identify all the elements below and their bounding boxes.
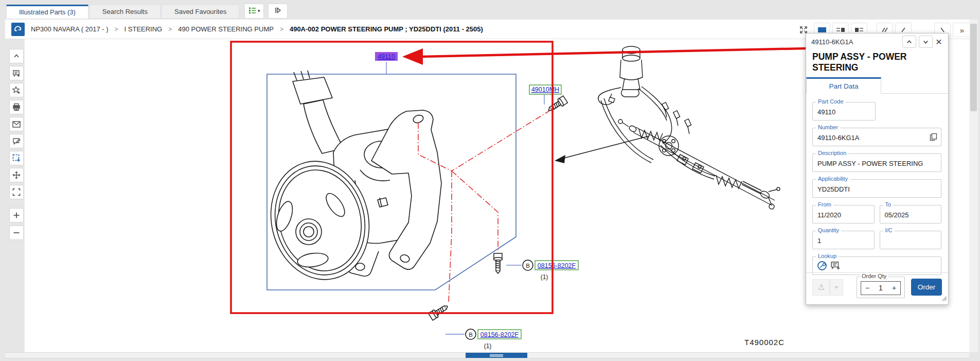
tab-part-data[interactable]: Part Data	[806, 77, 881, 94]
breadcrumb-separator: >	[168, 26, 172, 33]
panel-title: PUMP ASSY - POWER STEERING	[806, 48, 948, 73]
add-note-lookup-icon[interactable]	[830, 261, 841, 273]
change-vehicle-icon[interactable]	[11, 23, 25, 36]
quantity-stepper: − 1 +	[861, 281, 901, 295]
service-lookup-icon[interactable]	[817, 261, 827, 273]
part-data-panel: 49110-6KG1A × PUMP ASSY - POWER STEERING…	[806, 33, 949, 305]
select-region-icon[interactable]	[9, 151, 24, 165]
applicability-field[interactable]: Applicability YD25DDTI	[812, 179, 941, 198]
number-label: Number	[816, 124, 840, 130]
list-view-button[interactable]: ▾	[244, 4, 264, 19]
vertical-scrollbar-thumb[interactable]	[970, 24, 977, 111]
to-field[interactable]: To 05/2025	[880, 205, 942, 224]
horizontal-scrollbar[interactable]	[5, 352, 969, 358]
ic-label: I/C	[883, 227, 895, 233]
collapse-toolbar-button[interactable]	[9, 49, 24, 63]
bolt-art-bottom	[428, 302, 450, 320]
add-favourite-icon[interactable]	[9, 83, 24, 97]
breadcrumb-separator: >	[115, 26, 118, 33]
play-bar-icon	[274, 6, 282, 16]
part-link-49010[interactable]: 49010MH	[531, 86, 559, 93]
qty-decrease-button[interactable]: −	[861, 284, 874, 292]
bolt-qty-2: (1)	[484, 342, 492, 350]
list-icon	[248, 6, 257, 16]
part-link-bolt-2[interactable]: 08156-8202F	[480, 331, 519, 338]
export-button-disabled[interactable]	[812, 279, 830, 296]
from-field[interactable]: From 11/2020	[812, 205, 875, 224]
pan-icon[interactable]	[9, 168, 24, 182]
breadcrumb-item-section[interactable]: I STEERING	[124, 25, 163, 33]
copy-icon[interactable]	[930, 133, 937, 143]
lookup-label: Lookup	[816, 253, 839, 259]
breadcrumb-item-group[interactable]: 490 POWER STEERING PUMP	[178, 25, 274, 33]
export-options-caret-disabled[interactable]	[830, 279, 843, 296]
part-link-49110[interactable]: 49110	[378, 53, 395, 60]
order-button[interactable]: Order	[911, 279, 942, 296]
collapse-panel-button[interactable]: »	[953, 23, 971, 37]
part-code-field[interactable]: Part Code 49110	[812, 102, 876, 121]
email-icon[interactable]	[9, 117, 24, 131]
quantity-label: Quantity	[816, 227, 841, 233]
next-part-button[interactable]	[919, 36, 933, 48]
close-panel-button[interactable]: ×	[933, 36, 945, 48]
description-label: Description	[816, 150, 848, 156]
breadcrumb-separator: >	[280, 26, 283, 33]
callout-letter: B	[469, 332, 473, 338]
qty-increase-button[interactable]: +	[888, 284, 900, 292]
print-icon[interactable]	[9, 100, 24, 114]
selected-part-arrow	[402, 48, 806, 65]
caret-down-icon: ▾	[258, 9, 260, 13]
vertical-scrollbar[interactable]	[969, 20, 978, 352]
pump-art	[259, 71, 441, 290]
description-field[interactable]: Description PUMP ASSY - POWER STEERING	[812, 153, 941, 172]
figure-code: T490002C	[744, 338, 785, 347]
number-field[interactable]: Number 49110-6KG1A	[812, 128, 941, 146]
order-qty-label: Order Qty	[860, 273, 888, 279]
fit-to-screen-icon[interactable]	[9, 185, 24, 199]
zoom-in-icon[interactable]	[9, 208, 24, 222]
flow-button[interactable]	[268, 4, 288, 19]
from-label: From	[816, 201, 833, 208]
bolt-qty-1: (1)	[541, 273, 548, 281]
panel-part-number: 49110-6KG1A	[811, 38, 900, 46]
tab-saved-favourites[interactable]: Saved Favourites	[162, 5, 239, 19]
locator-arrow	[555, 136, 649, 163]
applicability-label: Applicability	[816, 176, 850, 182]
to-label: To	[883, 201, 894, 208]
breadcrumb-item-figure: 490A-002 POWER STEERING PUMP ; YD25DDTI …	[290, 25, 483, 33]
panel-footer: Order Qty − 1 + Order	[806, 272, 948, 304]
previous-part-button[interactable]	[902, 36, 916, 48]
ic-field[interactable]: I/C	[880, 231, 942, 249]
zoom-out-icon[interactable]	[9, 226, 24, 240]
breadcrumb-item-vehicle[interactable]: NP300 NAVARA ( 2017 - )	[31, 25, 109, 33]
callout-letter: B	[526, 263, 530, 269]
tab-illustrated-parts[interactable]: Illustrated Parts (3)	[6, 5, 88, 19]
bolt-art-middle	[494, 253, 503, 273]
part-code-label: Part Code	[816, 98, 846, 105]
order-qty-field: Order Qty − 1 +	[857, 277, 905, 298]
panel-tab-row: Part Data	[806, 77, 948, 94]
tab-search-results[interactable]: Search Results	[90, 5, 161, 19]
panel-header: 49110-6KG1A ×	[806, 33, 948, 48]
add-note-icon[interactable]	[9, 66, 24, 80]
tab-bar: Illustrated Parts (3) Search Results Sav…	[6, 4, 288, 19]
quantity-field[interactable]: Quantity 1	[812, 231, 875, 249]
steering-overview-art	[598, 46, 780, 209]
panel-resize-grip[interactable]	[941, 294, 947, 303]
qty-value[interactable]: 1	[874, 284, 888, 292]
annotate-icon[interactable]	[9, 134, 24, 148]
canvas-splitter-handle[interactable]	[466, 353, 527, 358]
part-link-bolt-1[interactable]: 08156-8202F	[538, 262, 576, 269]
